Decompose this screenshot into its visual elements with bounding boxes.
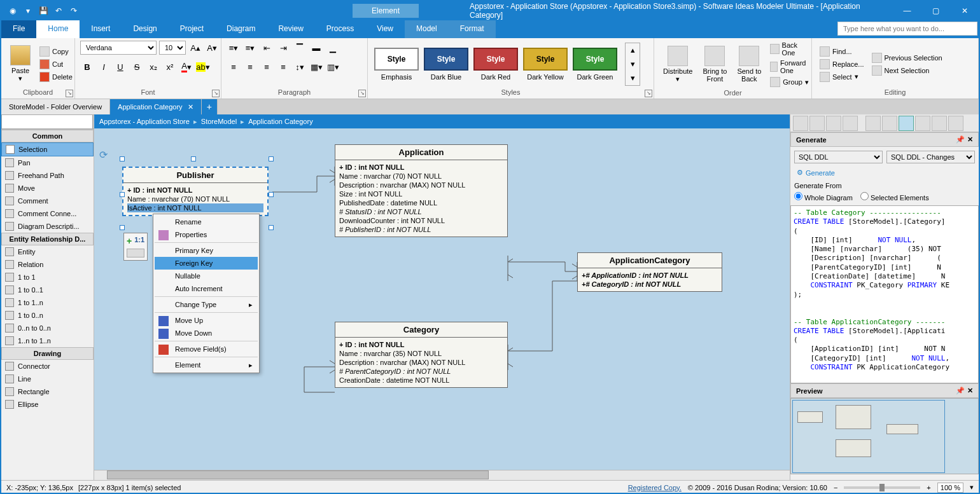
- one-to-one-label[interactable]: 1:1: [134, 236, 144, 246]
- subscript-button[interactable]: x₂: [146, 60, 160, 74]
- tool-pan[interactable]: Pan: [1, 156, 94, 169]
- ctx-properties[interactable]: Properties: [155, 228, 258, 243]
- rp-btn-4[interactable]: [843, 116, 858, 131]
- tool-ellipse[interactable]: Ellipse: [1, 398, 94, 411]
- tool-move[interactable]: Move: [1, 182, 94, 195]
- paragraph-dialog-launcher[interactable]: ↘: [358, 90, 366, 97]
- align-bottom-button[interactable]: ▁: [326, 41, 340, 55]
- tool-connector[interactable]: Connector: [1, 360, 94, 373]
- line-spacing-button[interactable]: ↕▾: [293, 60, 307, 74]
- indent-inc-button[interactable]: ⇥: [276, 41, 290, 55]
- tab-design[interactable]: Design: [122, 20, 168, 38]
- style-swatch[interactable]: Style: [424, 48, 468, 71]
- select-button[interactable]: Select▾: [817, 71, 867, 83]
- ctx-move-down[interactable]: Move Down: [155, 327, 258, 341]
- rp-btn-generate[interactable]: [899, 116, 914, 131]
- ctx-remove-field-s-[interactable]: Remove Field(s): [155, 343, 258, 357]
- rp-btn-9[interactable]: [932, 116, 947, 131]
- doc-tab-storemodel[interactable]: StoreModel - Folder Overview: [1, 99, 110, 114]
- zoom-thumb[interactable]: [879, 484, 885, 491]
- entity-category[interactable]: Category + ID : int NOT NULLName : nvarc…: [335, 322, 508, 388]
- shrink-font-button[interactable]: A▾: [205, 41, 219, 55]
- rp-btn-5[interactable]: [865, 116, 881, 131]
- radio-whole-diagram[interactable]: Whole Diagram: [794, 192, 853, 202]
- entity-attribute[interactable]: PublishedDate : datetime NULL: [339, 198, 503, 207]
- align-right-button[interactable]: ≡: [260, 60, 274, 74]
- entity-attribute[interactable]: Description : nvarchar (MAX) NOT NULL: [339, 358, 503, 367]
- template-select[interactable]: SQL DDL - Changes: [886, 151, 975, 163]
- selection-handle[interactable]: [191, 156, 196, 161]
- breadcrumb-item[interactable]: Appstorex - Application Store: [99, 118, 190, 125]
- cut-button[interactable]: Cut: [37, 58, 75, 70]
- entity-attribute[interactable]: Name : nvarchar (35) NOT NULL: [339, 349, 503, 358]
- tool-1-to-1-n[interactable]: 1 to 1..n: [1, 296, 94, 309]
- align-middle-button[interactable]: ▬: [309, 41, 323, 55]
- rp-btn-8[interactable]: [915, 116, 930, 131]
- sql-output[interactable]: -- Table Category ----------------- CREA…: [790, 205, 979, 383]
- style-swatch[interactable]: Style: [473, 48, 518, 71]
- tool-1-n-to-1-n[interactable]: 1..n to 1..n: [1, 334, 94, 347]
- tab-format[interactable]: Format: [449, 20, 496, 38]
- entity-attribute[interactable]: Name : nvarchar (70) NOT NULL: [127, 195, 263, 203]
- entity-attribute[interactable]: + ID : int NOT NULL: [339, 163, 503, 172]
- tab-diagram[interactable]: Diagram: [215, 20, 267, 38]
- font-size-select[interactable]: 10: [159, 41, 186, 55]
- registered-link[interactable]: Registered Copy.: [628, 484, 682, 491]
- rp-btn-10[interactable]: [948, 116, 963, 131]
- toolbox-drawing-header[interactable]: Drawing: [1, 347, 94, 360]
- entity-attribute[interactable]: Description : nvarchar (MAX) NOT NULL: [339, 181, 503, 189]
- tool-line[interactable]: Line: [1, 373, 94, 385]
- diagram-canvas[interactable]: ⟳ Publisher + ID : int NOT NULLName : nv…: [94, 128, 790, 470]
- breadcrumb-item[interactable]: Application Category: [248, 118, 313, 125]
- tool-comment-conne-[interactable]: Comment Conne...: [1, 207, 94, 220]
- entity-attribute[interactable]: # ParentCategoryID : int NOT NULL: [339, 367, 503, 376]
- entity-attribute[interactable]: IsActive : int NOT NULL: [127, 203, 263, 212]
- align-top-button[interactable]: ▔: [293, 41, 307, 55]
- pin-icon[interactable]: 📌: [956, 135, 965, 144]
- replace-button[interactable]: Replace...: [817, 58, 867, 70]
- tab-review[interactable]: Review: [267, 20, 314, 38]
- grow-font-button[interactable]: A▴: [188, 41, 202, 55]
- back-one-button[interactable]: Back One: [767, 41, 811, 57]
- panel-close-icon[interactable]: ✕: [967, 135, 973, 144]
- entity-attribute[interactable]: +# ApplicationID : int NOT NULL: [582, 271, 718, 280]
- tool-freehand-path[interactable]: Freehand Path: [1, 169, 94, 182]
- ctx-element[interactable]: Element▸: [155, 359, 258, 371]
- tool-1-to-0-n[interactable]: 1 to 0..n: [1, 309, 94, 322]
- tool-relation[interactable]: Relation: [1, 258, 94, 271]
- mini-swatch[interactable]: [127, 249, 144, 257]
- tool-0-n-to-0-n[interactable]: 0..n to 0..n: [1, 322, 94, 334]
- tab-file[interactable]: File: [1, 20, 36, 38]
- ctx-rename[interactable]: Rename: [155, 216, 258, 228]
- rp-btn-1[interactable]: [793, 116, 808, 131]
- indent-dec-button[interactable]: ⇤: [260, 41, 274, 55]
- rp-btn-6[interactable]: [882, 116, 897, 131]
- entity-applicationcategory[interactable]: ApplicationCategory +# ApplicationID : i…: [577, 252, 722, 292]
- font-color-button[interactable]: A▾: [179, 60, 193, 74]
- preview-viewport[interactable]: [792, 400, 945, 473]
- close-tab-icon[interactable]: ✕: [188, 103, 193, 111]
- bring-front-button[interactable]: Bring to Front: [699, 45, 731, 84]
- doc-tab-application-category[interactable]: Application Category✕: [110, 99, 202, 114]
- radio-selected-elements[interactable]: Selected Elements: [860, 192, 929, 202]
- tab-model[interactable]: Model: [405, 20, 449, 38]
- bold-button[interactable]: B: [80, 60, 94, 74]
- tool-entity[interactable]: Entity: [1, 245, 94, 258]
- undo-icon[interactable]: ↶: [52, 4, 65, 17]
- entity-attribute[interactable]: + ID : int NOT NULL: [339, 340, 503, 349]
- preview-panel-header[interactable]: Preview 📌✕: [790, 383, 979, 398]
- save-icon[interactable]: 💾: [37, 4, 50, 17]
- add-tab-button[interactable]: +: [202, 99, 218, 114]
- find-button[interactable]: Find...: [817, 46, 867, 57]
- minimize-button[interactable]: —: [893, 1, 921, 20]
- ctx-change-type[interactable]: Change Type▸: [155, 298, 258, 313]
- maximize-button[interactable]: ▢: [921, 1, 950, 20]
- add-icon[interactable]: +: [127, 236, 132, 246]
- ctx-move-up[interactable]: Move Up: [155, 314, 258, 327]
- breadcrumb-item[interactable]: StoreModel: [201, 118, 237, 125]
- borders-button[interactable]: ▦▾: [309, 60, 323, 74]
- style-swatch[interactable]: Style: [573, 48, 617, 71]
- style-more-button[interactable]: ▾: [626, 71, 640, 85]
- tab-home[interactable]: Home: [36, 20, 80, 38]
- style-swatch[interactable]: Style: [523, 48, 568, 71]
